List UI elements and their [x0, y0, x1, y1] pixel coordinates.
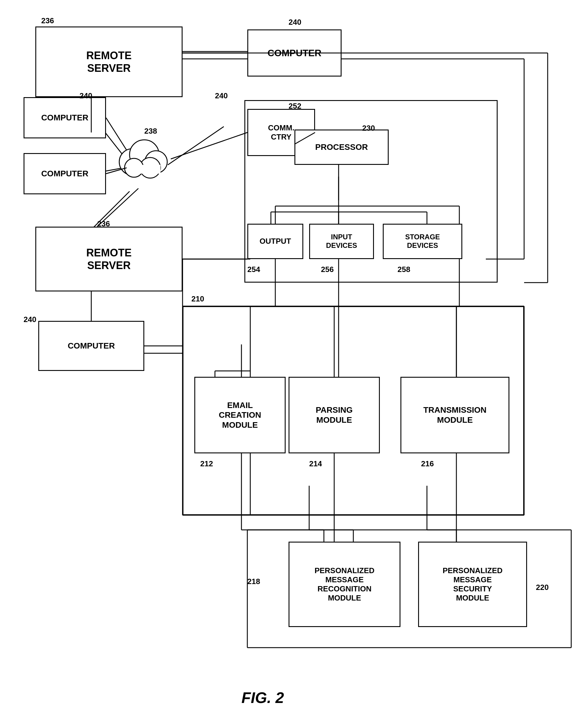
input-devices-box: INPUT DEVICES	[309, 224, 374, 259]
ref-240d: 240	[215, 91, 228, 100]
ref-256: 256	[321, 265, 334, 274]
ref-236b: 236	[97, 219, 110, 229]
email-creation-module-box: EMAIL CREATION MODULE	[194, 377, 286, 453]
ref-210: 210	[192, 294, 204, 304]
remote-server-top-box: REMOTE SERVER	[35, 26, 182, 97]
diagram: REMOTE SERVER 236 COMPUTER 240 COMPUTER …	[0, 0, 583, 728]
ref-212: 212	[200, 459, 213, 468]
figure-label: FIG. 2	[242, 689, 284, 706]
ref-218: 218	[247, 577, 260, 586]
ref-238: 238	[144, 127, 157, 136]
ref-220: 220	[536, 583, 549, 592]
parsing-module-box: PARSING MODULE	[288, 377, 380, 453]
transmission-module-box: TRANSMISSION MODULE	[401, 377, 509, 453]
personalized-msg-recognition-box: PERSONALIZED MESSAGE RECOGNITION MODULE	[288, 542, 401, 627]
ref-240b: 240	[79, 91, 92, 100]
computer-top-right-box: COMPUTER	[247, 29, 341, 77]
ref-254: 254	[247, 265, 260, 274]
ref-240c: 240	[24, 315, 36, 324]
computer-bottom-left-box: COMPUTER	[38, 321, 144, 371]
storage-devices-box: STORAGE DEVICES	[383, 224, 462, 259]
cloud-icon	[112, 130, 171, 183]
ref-214: 214	[309, 459, 322, 468]
ref-216: 216	[421, 459, 434, 468]
remote-server-mid-box: REMOTE SERVER	[35, 227, 182, 291]
ref-258: 258	[398, 265, 410, 274]
svg-line-45	[171, 132, 247, 159]
computer-left2-box: COMPUTER	[24, 153, 106, 194]
computer-left1-box: COMPUTER	[24, 97, 106, 138]
ref-240a: 240	[288, 18, 301, 27]
svg-rect-39	[128, 165, 160, 174]
ref-236a: 236	[41, 16, 54, 25]
personalized-msg-security-box: PERSONALIZED MESSAGE SECURITY MODULE	[418, 542, 527, 627]
svg-line-5	[168, 127, 224, 165]
output-box: OUTPUT	[247, 224, 303, 259]
